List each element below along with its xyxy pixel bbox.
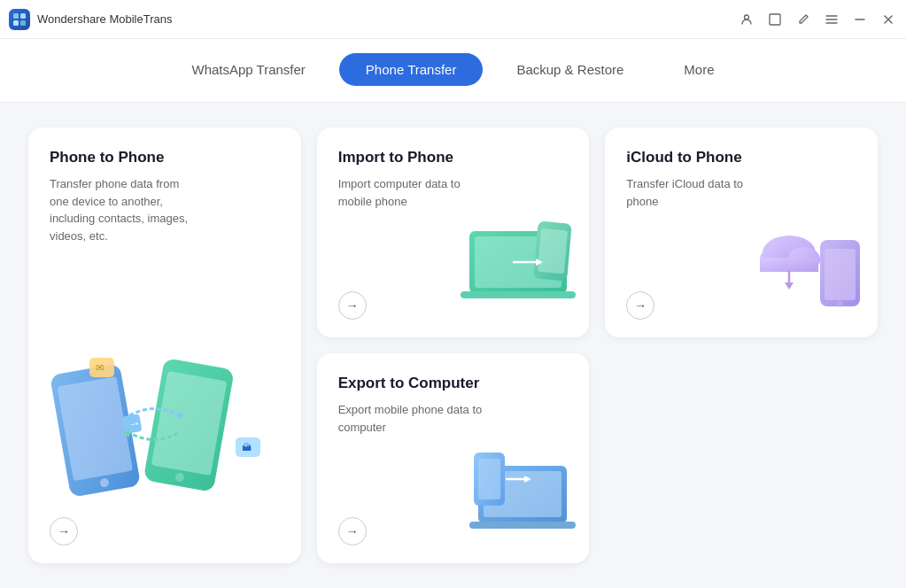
svg-rect-3 bbox=[20, 20, 26, 26]
svg-rect-36 bbox=[469, 522, 576, 529]
svg-rect-0 bbox=[13, 13, 19, 19]
card-phone-to-phone-content: Phone to Phone Transfer phone data from … bbox=[50, 149, 280, 545]
icloud-arrow-btn[interactable]: → bbox=[626, 291, 654, 320]
tab-whatsapp[interactable]: WhatsApp Transfer bbox=[165, 53, 331, 86]
title-bar: Wondershare MobileTrans bbox=[0, 0, 906, 39]
icloud-illustration bbox=[749, 213, 873, 311]
svg-point-4 bbox=[745, 15, 749, 19]
tab-phone[interactable]: Phone Transfer bbox=[339, 53, 484, 86]
card-icloud-title: iCloud to Phone bbox=[626, 149, 856, 166]
nav-bar: WhatsApp Transfer Phone Transfer Backup … bbox=[0, 39, 906, 103]
close-icon[interactable] bbox=[881, 12, 895, 27]
card-export-title: Export to Computer bbox=[338, 375, 569, 392]
main-content: Phone to Phone Transfer phone data from … bbox=[0, 103, 906, 588]
card-import-to-phone[interactable]: Import to Phone Import computer data to … bbox=[317, 128, 590, 337]
svg-rect-5 bbox=[770, 14, 780, 25]
svg-rect-24 bbox=[538, 228, 568, 274]
card-icloud-desc: Transfer iCloud data to phone bbox=[626, 175, 777, 210]
card-export-to-computer[interactable]: Export to Computer Export mobile phone d… bbox=[317, 353, 590, 563]
svg-marker-33 bbox=[785, 282, 794, 290]
export-arrow-btn[interactable]: → bbox=[338, 517, 367, 545]
card-import-desc: Import computer data to mobile phone bbox=[338, 175, 489, 210]
person-icon[interactable] bbox=[740, 12, 754, 27]
export-illustration bbox=[461, 439, 585, 537]
svg-rect-38 bbox=[478, 459, 500, 499]
card-import-title: Import to Phone bbox=[338, 149, 569, 166]
svg-text:→: → bbox=[128, 415, 143, 431]
edit-icon[interactable] bbox=[796, 12, 810, 27]
svg-rect-27 bbox=[825, 249, 856, 300]
app-title: Wondershare MobileTrans bbox=[37, 12, 172, 26]
card-phone-to-phone[interactable]: Phone to Phone Transfer phone data from … bbox=[28, 128, 301, 563]
svg-point-28 bbox=[836, 301, 842, 307]
card-icloud-to-phone[interactable]: iCloud to Phone Transfer iCloud data to … bbox=[605, 128, 878, 337]
app-icon bbox=[9, 9, 30, 30]
import-arrow-btn[interactable]: → bbox=[338, 291, 367, 320]
card-export-desc: Export mobile phone data to computer bbox=[338, 401, 489, 436]
phone-to-phone-illustration: → ✉ 🏔 bbox=[41, 349, 271, 526]
svg-rect-32 bbox=[760, 258, 818, 272]
svg-rect-22 bbox=[461, 291, 576, 298]
minimize-icon[interactable] bbox=[853, 12, 867, 27]
svg-rect-2 bbox=[13, 20, 19, 26]
title-bar-controls bbox=[740, 12, 895, 27]
tab-more[interactable]: More bbox=[657, 53, 740, 86]
title-bar-left: Wondershare MobileTrans bbox=[9, 9, 172, 30]
svg-text:✉: ✉ bbox=[96, 362, 104, 373]
svg-text:🏔: 🏔 bbox=[242, 442, 252, 453]
svg-rect-1 bbox=[20, 13, 26, 19]
tab-backup[interactable]: Backup & Restore bbox=[490, 53, 650, 86]
window-icon[interactable] bbox=[768, 12, 782, 27]
menu-icon[interactable] bbox=[825, 12, 839, 27]
card-phone-to-phone-title: Phone to Phone bbox=[50, 149, 280, 166]
import-illustration bbox=[461, 213, 585, 311]
card-phone-to-phone-desc: Transfer phone data from one device to a… bbox=[50, 175, 200, 244]
